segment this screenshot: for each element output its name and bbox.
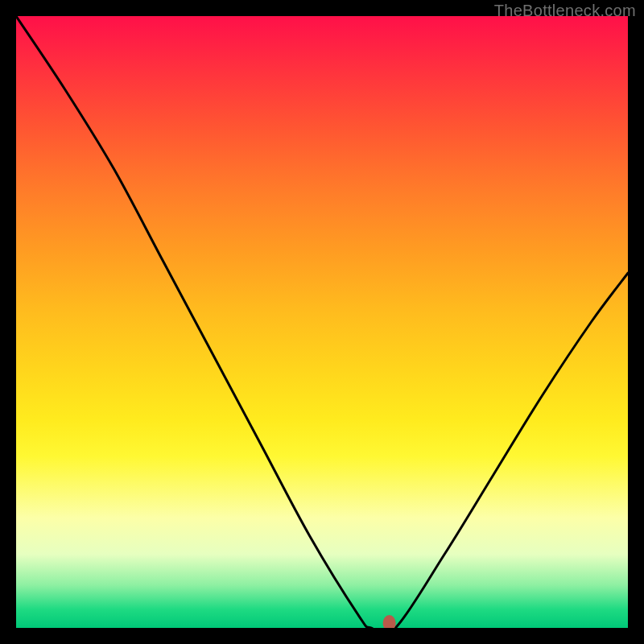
plot-area xyxy=(16,16,628,628)
chart-frame: TheBottleneck.com xyxy=(0,0,644,644)
bottleneck-curve xyxy=(16,16,628,628)
watermark-text: TheBottleneck.com xyxy=(494,2,636,20)
optimal-point-marker xyxy=(383,615,396,628)
curve-svg xyxy=(16,16,628,628)
